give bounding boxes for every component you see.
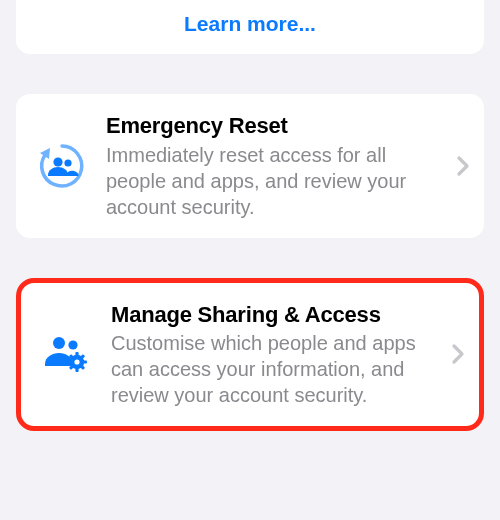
people-gear-icon	[41, 328, 93, 380]
svg-point-14	[74, 360, 79, 365]
svg-point-4	[68, 341, 77, 350]
manage-sharing-card: Manage Sharing & Access Customise which …	[16, 278, 484, 432]
emergency-reset-title: Emergency Reset	[106, 112, 438, 140]
chevron-right-icon	[456, 155, 470, 177]
manage-sharing-title: Manage Sharing & Access	[111, 301, 433, 329]
manage-sharing-text: Manage Sharing & Access Customise which …	[111, 301, 433, 409]
svg-rect-6	[75, 352, 78, 356]
emergency-reset-card: Emergency Reset Immediately reset access…	[16, 94, 484, 238]
learn-more-link[interactable]: Learn more...	[16, 12, 484, 36]
reset-people-icon	[36, 140, 88, 192]
chevron-right-icon	[451, 343, 465, 365]
svg-rect-7	[75, 368, 78, 372]
svg-point-3	[53, 337, 65, 349]
emergency-reset-text: Emergency Reset Immediately reset access…	[106, 112, 438, 220]
learn-more-card: Learn more...	[16, 0, 484, 54]
svg-point-1	[53, 157, 62, 166]
manage-sharing-row[interactable]: Manage Sharing & Access Customise which …	[21, 283, 479, 427]
svg-rect-8	[83, 361, 87, 364]
svg-rect-9	[67, 361, 71, 364]
emergency-reset-row[interactable]: Emergency Reset Immediately reset access…	[16, 94, 484, 238]
manage-sharing-subtitle: Customise which people and apps can acce…	[111, 330, 433, 408]
emergency-reset-subtitle: Immediately reset access for all people …	[106, 142, 438, 220]
svg-point-2	[64, 159, 71, 166]
